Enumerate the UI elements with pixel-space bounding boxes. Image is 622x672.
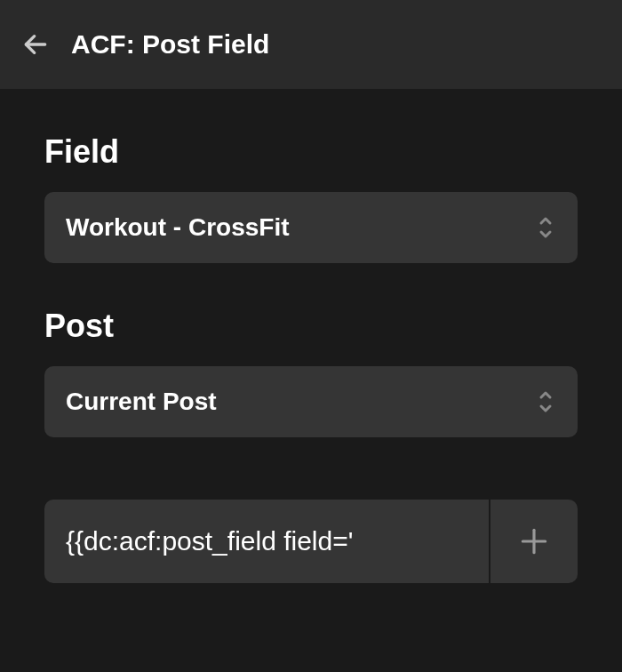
header-bar: ACF: Post Field <box>0 0 622 89</box>
code-row: {{dc:acf:post_field field=' <box>44 500 578 583</box>
code-input[interactable]: {{dc:acf:post_field field=' <box>44 500 489 583</box>
back-button[interactable] <box>18 27 53 62</box>
field-label: Field <box>44 133 578 171</box>
chevron-updown-icon <box>535 215 556 240</box>
code-text: {{dc:acf:post_field field=' <box>66 526 353 556</box>
post-label: Post <box>44 308 578 345</box>
field-select-value: Workout - CrossFit <box>66 213 289 242</box>
arrow-left-icon <box>21 30 50 59</box>
chevron-updown-icon <box>535 389 556 414</box>
plus-icon <box>517 524 551 558</box>
field-group-post: Post Current Post <box>44 308 578 437</box>
content-area: Field Workout - CrossFit Post Current Po… <box>0 89 622 583</box>
field-select[interactable]: Workout - CrossFit <box>44 192 578 263</box>
page-title: ACF: Post Field <box>71 29 269 60</box>
add-button[interactable] <box>490 500 578 583</box>
post-select[interactable]: Current Post <box>44 366 578 437</box>
post-select-value: Current Post <box>66 388 217 416</box>
field-group-field: Field Workout - CrossFit <box>44 133 578 263</box>
